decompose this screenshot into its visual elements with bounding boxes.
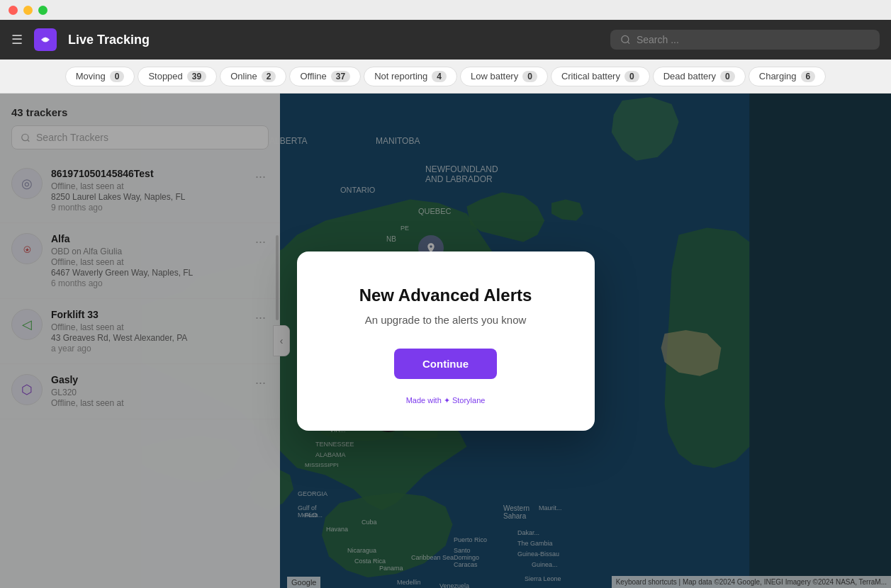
hamburger-icon[interactable]: ☰	[11, 32, 23, 47]
storylane-icon: ✦	[444, 396, 450, 405]
status-item-low-battery[interactable]: Low battery0	[460, 67, 548, 86]
status-label: Moving	[76, 71, 106, 81]
svg-line-2	[627, 42, 629, 44]
status-item-online[interactable]: Online2	[220, 67, 286, 86]
status-label: Offline	[300, 71, 326, 81]
status-count: 0	[624, 71, 639, 82]
svg-point-0	[44, 38, 47, 42]
status-bar: Moving0Stopped39Online2Offline37Not repo…	[0, 60, 891, 94]
status-item-moving[interactable]: Moving0	[65, 67, 135, 86]
status-label: Charging	[759, 71, 797, 81]
status-count: 6	[801, 71, 816, 82]
status-item-charging[interactable]: Charging6	[749, 67, 826, 86]
search-bar[interactable]	[610, 30, 880, 50]
modal-continue-button[interactable]: Continue	[394, 349, 497, 379]
minimize-button[interactable]	[23, 6, 33, 15]
svg-point-1	[622, 35, 629, 43]
status-label: Online	[230, 71, 257, 81]
status-item-dead-battery[interactable]: Dead battery0	[653, 67, 746, 86]
status-label: Low battery	[471, 71, 518, 81]
modal-description: An upgrade to the alerts you know	[337, 314, 555, 326]
search-icon	[620, 34, 631, 45]
status-count: 37	[331, 71, 350, 82]
close-button[interactable]	[9, 6, 18, 15]
modal-title: New Advanced Alerts	[337, 285, 555, 305]
status-label: Stopped	[148, 71, 182, 81]
status-label: Not reporting	[374, 71, 427, 81]
status-count: 39	[187, 71, 206, 82]
status-item-stopped[interactable]: Stopped39	[138, 67, 217, 86]
map-area: ALBERTA MANITOBA ONTARIO NEWFOUNDLANDAND…	[0, 94, 891, 588]
search-input[interactable]	[637, 34, 870, 45]
status-count: 0	[110, 71, 125, 82]
page-title: Live Tracking	[68, 33, 150, 47]
modal: New Advanced Alerts An upgrade to the al…	[297, 251, 595, 431]
modal-brand: Storylane	[452, 396, 485, 405]
status-label: Dead battery	[663, 71, 716, 81]
status-item-critical-battery[interactable]: Critical battery0	[551, 67, 650, 86]
status-item-offline[interactable]: Offline37	[289, 67, 361, 86]
logo-icon	[34, 28, 57, 51]
modal-footer: Made with ✦ Storylane	[337, 396, 555, 405]
status-count: 4	[432, 71, 447, 82]
status-count: 2	[262, 71, 276, 82]
status-count: 0	[720, 71, 735, 82]
top-nav: ☰ Live Tracking	[0, 20, 891, 60]
maximize-button[interactable]	[38, 6, 47, 15]
status-count: 0	[522, 71, 537, 82]
titlebar	[0, 0, 891, 20]
status-label: Critical battery	[561, 71, 620, 81]
status-item-not-reporting[interactable]: Not reporting4	[364, 67, 457, 86]
modal-overlay: New Advanced Alerts An upgrade to the al…	[0, 94, 891, 588]
